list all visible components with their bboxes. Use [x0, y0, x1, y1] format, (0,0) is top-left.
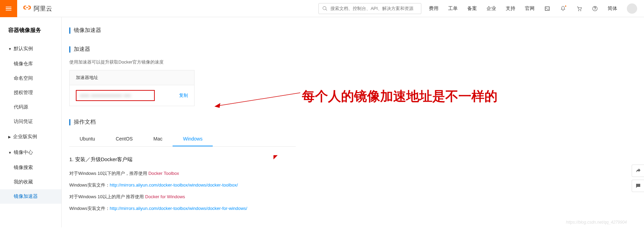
svg-line-1: [218, 93, 300, 106]
nav-lang[interactable]: 简体: [608, 5, 617, 12]
float-chat-button[interactable]: [632, 180, 644, 192]
brand-logo[interactable]: 阿里云: [23, 3, 52, 14]
main-content: 镜像加速器 加速器 使用加速器可以提升获取Docker官方镜像的速度 加速器地址…: [62, 17, 644, 227]
title-accent-bar: [69, 119, 70, 125]
bell-icon[interactable]: ●: [560, 5, 566, 12]
doc-tabs: Ubuntu CentOS Mac Windows: [69, 132, 296, 147]
watermark-text: https://blog.csdn.net/qq_4279904: [566, 220, 627, 225]
doc-p2: Windows安装文件：http://mirrors.aliyun.com/do…: [69, 182, 644, 188]
share-icon: [635, 168, 641, 174]
copy-button[interactable]: 复制: [179, 92, 188, 99]
nav-enterprise[interactable]: 企业: [487, 5, 496, 12]
float-buttons: [632, 165, 644, 195]
nav-beian[interactable]: 备案: [467, 5, 477, 12]
sidebar-item-search[interactable]: 镜像搜索: [0, 160, 61, 175]
tab-ubuntu[interactable]: Ubuntu: [69, 132, 105, 146]
caret-down-icon: ▼: [8, 47, 12, 51]
accelerator-box: 加速器地址 xxxx xxxxxxxxxxxxx xxx 复制: [69, 70, 195, 106]
title-accent-bar: [69, 27, 70, 34]
user-avatar[interactable]: [627, 3, 637, 14]
hamburger-icon: [5, 5, 12, 12]
page-title-wrap: 镜像加速器: [69, 27, 644, 34]
sidebar-group-center[interactable]: ▼镜像中心: [0, 145, 61, 160]
link-windows-url[interactable]: http://mirrors.aliyun.com/docker-toolbox…: [110, 206, 247, 211]
sidebar-item-cred[interactable]: 访问凭证: [0, 114, 61, 129]
float-share-button[interactable]: [632, 165, 644, 177]
caret-down-icon: ▼: [8, 151, 12, 155]
tab-windows[interactable]: Windows: [173, 132, 213, 146]
terminal-icon[interactable]: [544, 5, 550, 12]
search-icon: [322, 6, 328, 11]
section1-desc: 使用加速器可以提升获取Docker官方镜像的速度: [69, 59, 644, 65]
search-input[interactable]: [330, 6, 418, 11]
doc-p1: 对于Windows 10以下的用户，推荐使用 Docker Toolbox: [69, 170, 644, 177]
top-header: 阿里云 费用 工单 备案 企业 支持 官网 ● 简体: [0, 0, 644, 17]
accelerator-head: 加速器地址: [70, 70, 194, 85]
cursor-annotation-icon: ◤: [273, 154, 278, 160]
sidebar-item-namespace[interactable]: 命名空间: [0, 71, 61, 86]
link-toolbox-url[interactable]: http://mirrors.aliyun.com/docker-toolbox…: [110, 182, 238, 188]
link-docker-windows[interactable]: Docker for Windows: [145, 194, 185, 199]
caret-right-icon: ▶: [8, 135, 11, 139]
sidebar-item-auth[interactable]: 授权管理: [0, 86, 61, 100]
nav-website[interactable]: 官网: [525, 5, 535, 12]
title-accent-bar: [69, 46, 70, 53]
nav-ticket[interactable]: 工单: [448, 5, 458, 12]
sidebar-item-accelerator[interactable]: 镜像加速器: [0, 189, 61, 204]
help-icon[interactable]: [592, 5, 598, 12]
tab-mac[interactable]: Mac: [143, 132, 173, 146]
menu-button[interactable]: [0, 0, 17, 17]
section-accelerator-title: 加速器: [69, 46, 644, 53]
tab-centos[interactable]: CentOS: [105, 132, 143, 146]
cart-icon[interactable]: [576, 5, 582, 12]
header-nav: 费用 工单 备案 企业 支持 官网 ● 简体: [429, 3, 637, 14]
annotation-text: 每个人的镜像加速地址是不一样的: [302, 88, 497, 105]
section1-title: 加速器: [74, 46, 90, 53]
sidebar-item-fav[interactable]: 我的收藏: [0, 175, 61, 189]
page-title: 镜像加速器: [74, 27, 101, 34]
sidebar-title: 容器镜像服务: [0, 27, 61, 41]
search-box[interactable]: [318, 3, 421, 14]
doc-p4: Windows安装文件：http://mirrors.aliyun.com/do…: [69, 205, 644, 212]
link-docker-toolbox[interactable]: Docker Toolbox: [148, 171, 179, 176]
sidebar-item-repo[interactable]: 镜像仓库: [0, 57, 61, 71]
accelerator-address-blurred: xxxx xxxxxxxxxxxxx xxx: [80, 93, 131, 98]
sidebar-item-source[interactable]: 代码源: [0, 100, 61, 114]
brand-text: 阿里云: [34, 4, 52, 13]
svg-marker-2: [214, 103, 220, 108]
doc-content: 1. 安装／升级Docker客户端 对于Windows 10以下的用户，推荐使用…: [69, 147, 644, 212]
nav-support[interactable]: 支持: [506, 5, 515, 12]
nav-fee[interactable]: 费用: [429, 5, 438, 12]
accelerator-body: xxxx xxxxxxxxxxxxx xxx 复制: [70, 85, 194, 106]
sidebar-group-default[interactable]: ▼默认实例: [0, 41, 61, 57]
section2-title: 操作文档: [74, 119, 96, 126]
sidebar: 容器镜像服务 ▼默认实例 镜像仓库 命名空间 授权管理 代码源 访问凭证 ▶企业…: [0, 17, 62, 227]
chat-icon: [635, 183, 641, 189]
accelerator-address-redbox: xxxx xxxxxxxxxxxxx xxx: [76, 90, 155, 101]
section-doc-title: 操作文档: [69, 119, 644, 126]
annotation-arrow: [213, 86, 302, 110]
aliyun-logo-icon: [23, 3, 32, 14]
doc-heading: 1. 安装／升级Docker客户端: [69, 156, 644, 163]
doc-p3: 对于Windows 10以上的用户 推荐使用 Docker for Window…: [69, 194, 644, 200]
sidebar-group-enterprise[interactable]: ▶企业版实例: [0, 129, 61, 145]
